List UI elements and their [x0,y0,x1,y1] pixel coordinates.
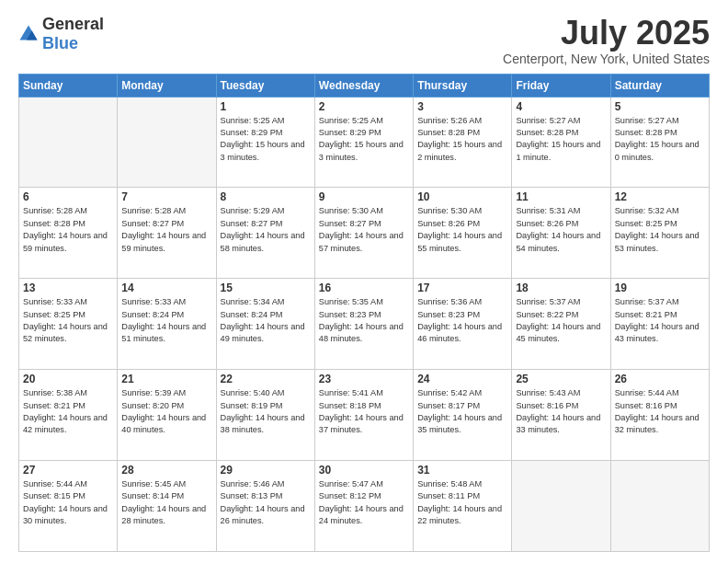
day-info: Sunrise: 5:31 AMSunset: 8:26 PMDaylight:… [516,205,606,254]
day-number: 6 [23,190,113,203]
logo-text: General Blue [42,15,104,53]
day-number: 9 [319,190,409,203]
day-number: 23 [319,373,409,385]
day-info: Sunrise: 5:40 AMSunset: 8:19 PMDaylight:… [221,387,311,436]
calendar-day: 21Sunrise: 5:39 AMSunset: 8:20 PMDayligh… [118,370,216,461]
day-number: 27 [23,464,113,477]
day-info: Sunrise: 5:47 AMSunset: 8:12 PMDaylight:… [319,478,409,527]
calendar-day: 24Sunrise: 5:42 AMSunset: 8:17 PMDayligh… [414,370,512,461]
day-info: Sunrise: 5:35 AMSunset: 8:23 PMDaylight:… [319,296,409,345]
calendar-day: 22Sunrise: 5:40 AMSunset: 8:19 PMDayligh… [216,370,314,461]
day-info: Sunrise: 5:27 AMSunset: 8:28 PMDaylight:… [615,115,705,164]
calendar-table: SundayMondayTuesdayWednesdayThursdayFrid… [18,74,710,552]
calendar-week-1: 1Sunrise: 5:25 AMSunset: 8:29 PMDaylight… [19,97,710,188]
day-info: Sunrise: 5:43 AMSunset: 8:16 PMDaylight:… [516,387,606,436]
calendar-day: 11Sunrise: 5:31 AMSunset: 8:26 PMDayligh… [512,188,610,279]
logo-blue: Blue [42,34,78,52]
day-info: Sunrise: 5:28 AMSunset: 8:27 PMDaylight:… [121,205,211,254]
calendar-day [118,97,216,188]
day-number: 16 [319,282,409,294]
day-number: 7 [121,190,211,203]
day-info: Sunrise: 5:41 AMSunset: 8:18 PMDaylight:… [319,387,409,436]
calendar-day: 10Sunrise: 5:30 AMSunset: 8:26 PMDayligh… [414,188,512,279]
day-number: 12 [615,190,705,203]
day-number: 30 [319,464,409,477]
calendar-day: 30Sunrise: 5:47 AMSunset: 8:12 PMDayligh… [314,461,413,552]
page: General Blue July 2025 Centerport, New Y… [0,0,728,563]
calendar-day: 15Sunrise: 5:34 AMSunset: 8:24 PMDayligh… [216,279,314,370]
day-number: 1 [221,100,311,113]
calendar-day: 8Sunrise: 5:29 AMSunset: 8:27 PMDaylight… [216,188,314,279]
calendar-header-tuesday: Tuesday [216,74,314,97]
calendar-header-friday: Friday [512,74,610,97]
day-number: 19 [615,282,705,294]
day-number: 28 [121,464,211,477]
calendar-header-monday: Monday [118,74,216,97]
day-info: Sunrise: 5:39 AMSunset: 8:20 PMDaylight:… [121,387,211,436]
day-info: Sunrise: 5:36 AMSunset: 8:23 PMDaylight:… [417,296,507,345]
calendar-header-saturday: Saturday [610,74,709,97]
day-info: Sunrise: 5:34 AMSunset: 8:24 PMDaylight:… [221,296,311,345]
calendar-day: 6Sunrise: 5:28 AMSunset: 8:28 PMDaylight… [19,188,118,279]
logo-general: General [42,15,104,33]
day-number: 13 [23,282,113,294]
day-info: Sunrise: 5:33 AMSunset: 8:24 PMDaylight:… [121,296,211,345]
day-info: Sunrise: 5:44 AMSunset: 8:15 PMDaylight:… [23,478,113,527]
calendar-week-5: 27Sunrise: 5:44 AMSunset: 8:15 PMDayligh… [19,461,710,552]
calendar-header-thursday: Thursday [414,74,512,97]
day-number: 21 [121,373,211,385]
day-info: Sunrise: 5:25 AMSunset: 8:29 PMDaylight:… [319,115,409,164]
day-number: 31 [417,464,507,477]
calendar-day: 3Sunrise: 5:26 AMSunset: 8:28 PMDaylight… [414,97,512,188]
calendar-day: 13Sunrise: 5:33 AMSunset: 8:25 PMDayligh… [19,279,118,370]
day-info: Sunrise: 5:44 AMSunset: 8:16 PMDaylight:… [615,387,705,436]
day-info: Sunrise: 5:27 AMSunset: 8:28 PMDaylight:… [516,115,606,164]
day-number: 2 [319,100,409,113]
calendar-day: 4Sunrise: 5:27 AMSunset: 8:28 PMDaylight… [512,97,610,188]
day-number: 25 [516,373,606,385]
day-number: 22 [221,373,311,385]
day-info: Sunrise: 5:37 AMSunset: 8:21 PMDaylight:… [615,296,705,345]
calendar-day: 31Sunrise: 5:48 AMSunset: 8:11 PMDayligh… [414,461,512,552]
day-number: 14 [121,282,211,294]
calendar-day [19,97,118,188]
day-info: Sunrise: 5:29 AMSunset: 8:27 PMDaylight:… [221,205,311,254]
day-info: Sunrise: 5:42 AMSunset: 8:17 PMDaylight:… [417,387,507,436]
calendar-week-4: 20Sunrise: 5:38 AMSunset: 8:21 PMDayligh… [19,370,710,461]
calendar-day: 18Sunrise: 5:37 AMSunset: 8:22 PMDayligh… [512,279,610,370]
month-title: July 2025 [503,15,710,52]
location: Centerport, New York, United States [503,52,710,66]
day-info: Sunrise: 5:30 AMSunset: 8:27 PMDaylight:… [319,205,409,254]
day-number: 17 [417,282,507,294]
header: General Blue July 2025 Centerport, New Y… [18,15,710,66]
day-info: Sunrise: 5:33 AMSunset: 8:25 PMDaylight:… [23,296,113,345]
day-info: Sunrise: 5:32 AMSunset: 8:25 PMDaylight:… [615,205,705,254]
calendar-day: 28Sunrise: 5:45 AMSunset: 8:14 PMDayligh… [118,461,216,552]
calendar-header-row: SundayMondayTuesdayWednesdayThursdayFrid… [19,74,710,97]
calendar-day: 19Sunrise: 5:37 AMSunset: 8:21 PMDayligh… [610,279,709,370]
day-info: Sunrise: 5:48 AMSunset: 8:11 PMDaylight:… [417,478,507,527]
calendar-day: 27Sunrise: 5:44 AMSunset: 8:15 PMDayligh… [19,461,118,552]
day-number: 29 [221,464,311,477]
calendar-day: 5Sunrise: 5:27 AMSunset: 8:28 PMDaylight… [610,97,709,188]
day-number: 4 [516,100,606,113]
calendar-week-3: 13Sunrise: 5:33 AMSunset: 8:25 PMDayligh… [19,279,710,370]
day-number: 24 [417,373,507,385]
calendar-week-2: 6Sunrise: 5:28 AMSunset: 8:28 PMDaylight… [19,188,710,279]
calendar-day [512,461,610,552]
day-number: 26 [615,373,705,385]
calendar-day: 1Sunrise: 5:25 AMSunset: 8:29 PMDaylight… [216,97,314,188]
day-number: 15 [221,282,311,294]
day-info: Sunrise: 5:26 AMSunset: 8:28 PMDaylight:… [417,115,507,164]
calendar-day: 2Sunrise: 5:25 AMSunset: 8:29 PMDaylight… [314,97,413,188]
day-number: 11 [516,190,606,203]
day-info: Sunrise: 5:37 AMSunset: 8:22 PMDaylight:… [516,296,606,345]
calendar-day: 23Sunrise: 5:41 AMSunset: 8:18 PMDayligh… [314,370,413,461]
day-number: 3 [417,100,507,113]
day-info: Sunrise: 5:28 AMSunset: 8:28 PMDaylight:… [23,205,113,254]
logo: General Blue [18,15,104,53]
calendar-day: 20Sunrise: 5:38 AMSunset: 8:21 PMDayligh… [19,370,118,461]
calendar-day [610,461,709,552]
calendar-day: 14Sunrise: 5:33 AMSunset: 8:24 PMDayligh… [118,279,216,370]
day-info: Sunrise: 5:25 AMSunset: 8:29 PMDaylight:… [221,115,311,164]
